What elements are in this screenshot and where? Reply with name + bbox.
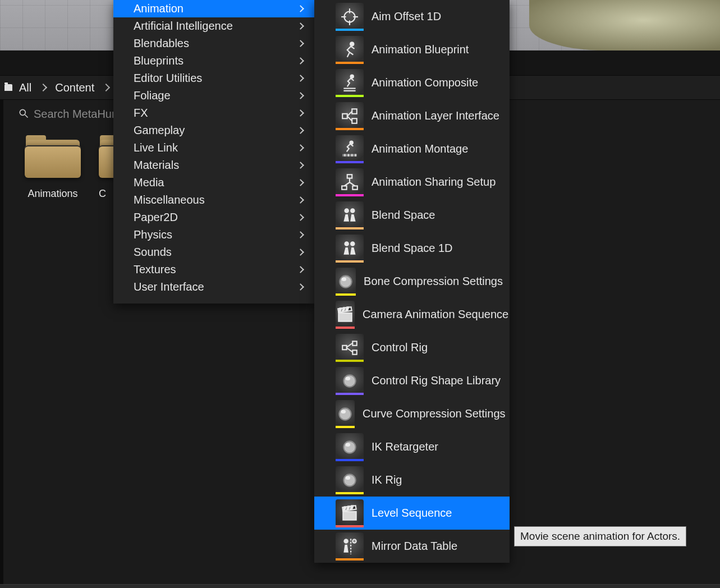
category-item-label: Paper2D [134, 211, 178, 224]
svg-rect-13 [352, 118, 357, 123]
submenu-item[interactable]: IK Retargeter [314, 430, 510, 463]
svg-point-25 [345, 242, 348, 245]
submenu-item[interactable]: Animation Composite [314, 66, 510, 99]
folder-mini-icon [4, 84, 12, 91]
svg-rect-34 [342, 345, 346, 349]
svg-point-37 [343, 375, 355, 387]
runner-icon [336, 36, 364, 64]
chevron-right-icon [297, 196, 304, 204]
svg-rect-20 [347, 174, 352, 178]
category-item-label: Textures [134, 263, 176, 276]
category-item[interactable]: Media [113, 174, 314, 191]
submenu-item[interactable]: Animation Sharing Setup [314, 166, 510, 199]
submenu-item-label: Animation Layer Interface [372, 109, 499, 122]
chevron-right-icon [297, 5, 304, 12]
sphere-icon [336, 466, 364, 494]
svg-rect-9 [343, 88, 355, 89]
category-item[interactable]: Miscellaneous [113, 191, 314, 209]
svg-point-23 [345, 209, 348, 212]
svg-line-1 [25, 114, 28, 117]
svg-point-7 [350, 42, 354, 45]
context-menu-categories[interactable]: AnimationArtificial IntelligenceBlendabl… [113, 0, 314, 304]
svg-rect-10 [343, 90, 355, 91]
category-item-label: Artificial Intelligence [134, 20, 233, 33]
category-item[interactable]: Materials [113, 157, 314, 174]
submenu-item[interactable]: Camera Animation Sequence [314, 298, 510, 331]
category-item[interactable]: Gameplay [113, 122, 314, 139]
category-item[interactable]: Artificial Intelligence [113, 17, 314, 35]
submenu-item[interactable]: Animation Blueprint [314, 33, 510, 66]
clapper-icon [336, 301, 355, 329]
category-item[interactable]: Blendables [113, 35, 314, 52]
submenu-item[interactable]: Level Sequence [314, 497, 510, 530]
submenu-item[interactable]: Animation Montage [314, 132, 510, 166]
category-item[interactable]: User Interface [113, 278, 314, 296]
submenu-item[interactable]: Animation Layer Interface [314, 99, 510, 132]
runner-stack-icon [336, 69, 364, 97]
category-item-label: Miscellaneous [134, 194, 205, 206]
submenu-item-label: Control Rig [372, 341, 428, 354]
category-item-label: Media [134, 176, 164, 189]
chevron-right-icon [297, 57, 304, 65]
submenu-item-label: Animation Sharing Setup [372, 176, 496, 189]
runner-timeline-icon [336, 135, 364, 163]
svg-point-40 [341, 410, 346, 413]
category-item[interactable]: Textures [113, 261, 314, 278]
submenu-item[interactable]: Control Rig [314, 331, 510, 364]
folder-label: Animations [27, 188, 77, 200]
mirror-icon [336, 532, 364, 561]
chevron-right-icon [297, 214, 304, 221]
category-item[interactable]: Paper2D [113, 209, 314, 226]
chevron-right-icon [102, 84, 110, 91]
category-item[interactable]: Physics [113, 226, 314, 244]
submenu-item[interactable]: IK Rig [314, 463, 510, 497]
breadcrumb-all[interactable]: All [16, 79, 35, 97]
chevron-right-icon [297, 283, 304, 291]
submenu-item-label: Control Rig Shape Library [372, 374, 501, 387]
category-item[interactable]: Animation [113, 0, 314, 17]
submenu-item-label: Level Sequence [372, 507, 452, 520]
category-item-label: FX [134, 107, 148, 120]
submenu-item[interactable]: Blend Space [314, 199, 510, 232]
category-item-label: Blendables [134, 37, 189, 50]
category-item[interactable]: Foliage [113, 87, 314, 104]
submenu-item[interactable]: Blend Space 1D [314, 232, 510, 265]
category-item[interactable]: FX [113, 104, 314, 122]
chevron-right-icon [297, 127, 304, 134]
chevron-right-icon [297, 92, 304, 99]
category-item-label: Foliage [134, 89, 171, 102]
svg-point-39 [339, 408, 351, 420]
category-item-label: Physics [134, 228, 172, 241]
rig-node-icon [336, 334, 364, 362]
submenu-item[interactable]: Mirror Data Table [314, 530, 510, 563]
breadcrumb-content[interactable]: Content [52, 79, 98, 97]
viewport-mesh-preview [529, 0, 720, 50]
context-submenu-animation[interactable]: Aim Offset 1DAnimation BlueprintAnimatio… [314, 0, 510, 563]
submenu-item-label: Camera Animation Sequence [363, 308, 508, 321]
submenu-item[interactable]: Aim Offset 1D [314, 0, 510, 33]
submenu-item[interactable]: Bone Compression Settings [314, 265, 510, 298]
share-graph-icon [336, 168, 364, 196]
clapper-icon [336, 499, 364, 527]
category-item-label: Materials [134, 159, 179, 172]
folder-label: C [99, 188, 106, 200]
category-item[interactable]: Sounds [113, 244, 314, 261]
chevron-right-icon [297, 231, 304, 238]
submenu-item[interactable]: Control Rig Shape Library [314, 364, 510, 397]
chevron-right-icon [297, 249, 304, 256]
chevron-right-icon [297, 144, 304, 151]
tooltip-level-sequence: Movie scene animation for Actors. [514, 526, 686, 546]
category-item[interactable]: Editor Utilities [113, 70, 314, 87]
chevron-right-icon [297, 162, 304, 169]
submenu-item-label: Curve Compression Settings [363, 407, 506, 420]
category-item[interactable]: Live Link [113, 139, 314, 157]
bottom-strip [0, 584, 720, 588]
submenu-item[interactable]: Curve Compression Settings [314, 397, 510, 430]
svg-rect-12 [352, 109, 357, 114]
submenu-item-label: Bone Compression Settings [364, 275, 503, 288]
chevron-right-icon [297, 179, 304, 186]
category-item[interactable]: Blueprints [113, 52, 314, 70]
svg-point-38 [346, 376, 351, 380]
folder-icon [25, 137, 81, 178]
folder-item-animations[interactable]: Animations [19, 137, 86, 200]
